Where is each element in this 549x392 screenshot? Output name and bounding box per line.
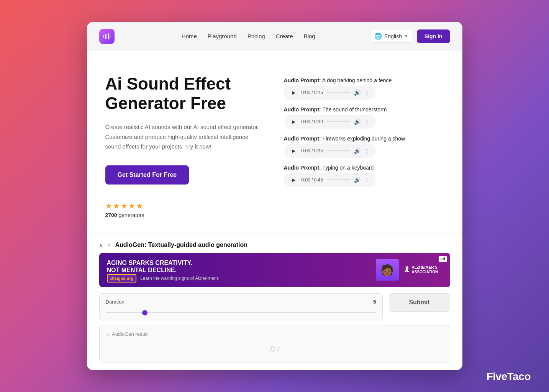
audio-prompt-2: Audio Prompt: The sound of thunderstorm …: [284, 106, 444, 129]
hero-title: Ai Sound Effect Generator Free: [105, 74, 265, 113]
progress-bar-1[interactable]: [327, 92, 350, 93]
svg-rect-0: [103, 35, 104, 38]
scroll-indicator: [108, 243, 111, 247]
audio-player-1: ▶ 0:00 / 0:15 🔊 ⋮: [284, 86, 376, 100]
hero-description: Create realistic AI sounds with our AI s…: [105, 122, 265, 152]
logo-icon: [99, 29, 115, 44]
duration-label: Duration: [106, 299, 125, 305]
logo[interactable]: [99, 29, 115, 44]
audio-prompt-1: Audio Prompt: A dog barking behind a fen…: [284, 77, 444, 100]
rating-count: 2700: [105, 212, 117, 218]
time-label-4: 0:00 / 0:45: [302, 177, 323, 183]
time-label-3: 0:00 / 0:35: [302, 148, 323, 154]
progress-bar-4[interactable]: [327, 179, 350, 180]
audio-player-2: ▶ 0:00 / 0:30 🔊 ⋮: [284, 115, 376, 129]
play-button-3[interactable]: ▶: [290, 147, 298, 155]
audio-player-4: ▶ 0:00 / 0:45 🔊 ⋮: [284, 173, 376, 187]
audio-player-3: ▶ 0:00 / 0:35 🔊 ⋮: [284, 144, 376, 158]
audio-prompt-4: Audio Prompt: Typing on a keyboard ▶ 0:0…: [284, 165, 444, 187]
svg-rect-2: [107, 34, 107, 38]
bottom-header: ∨ AudioGen: Textually-guided audio gener…: [99, 242, 450, 248]
hero-section: Ai Sound Effect Generator Free Create re…: [87, 51, 462, 234]
svg-rect-4: [110, 35, 110, 38]
star-rating: ★★★★★: [105, 201, 144, 211]
nav-home[interactable]: Home: [182, 33, 197, 39]
submit-button[interactable]: Submit: [389, 293, 450, 312]
play-button-2[interactable]: ▶: [290, 118, 298, 126]
watermark: FiveTaco: [487, 371, 531, 383]
ad-headline: AGING SPARKS CREATIVITY. NOT MENTAL DECL…: [107, 259, 371, 274]
audio-prompt-label-4: Audio Prompt: Typing on a keyboard: [284, 165, 444, 171]
volume-icon-2[interactable]: 🔊: [354, 119, 361, 125]
more-icon-4[interactable]: ⋮: [364, 177, 370, 183]
hero-right: Audio Prompt: A dog barking behind a fen…: [284, 74, 444, 187]
audiogen-form: Duration 5 Submit: [99, 293, 450, 320]
duration-block: Duration 5: [99, 293, 383, 320]
main-card: Home Playground Pricing Create Blog 🌐 En…: [87, 22, 462, 370]
audio-prompt-label-2: Audio Prompt: The sound of thunderstorm: [284, 106, 444, 113]
result-area: ♫ AudioGen result ♫♪: [99, 325, 450, 363]
rating-row: ★★★★★ 2700 generators: [105, 201, 265, 218]
play-button-4[interactable]: ▶: [290, 176, 298, 184]
result-music-icon: ♫♪: [269, 343, 280, 354]
nav-blog[interactable]: Blog: [304, 33, 315, 39]
bottom-section: ∨ AudioGen: Textually-guided audio gener…: [87, 234, 462, 370]
ad-banner[interactable]: AGING SPARKS CREATIVITY. NOT MENTAL DECL…: [99, 253, 450, 287]
rating-label: 2700 generators: [105, 212, 144, 218]
header-right: 🌐 English ▼ Sign In: [370, 29, 450, 43]
sign-in-button[interactable]: Sign In: [417, 29, 450, 43]
audio-prompt-label-3: Audio Prompt: Fireworks exploding during…: [284, 136, 444, 142]
nav-create[interactable]: Create: [276, 33, 293, 39]
time-label-2: 0:00 / 0:30: [302, 119, 323, 124]
volume-icon-4[interactable]: 🔊: [354, 177, 361, 183]
chevron-down-icon: ▼: [404, 34, 408, 38]
get-started-button[interactable]: Get Started For Free: [105, 165, 189, 185]
audiogen-section-title: AudioGen: Textually-guided audio generat…: [115, 242, 248, 248]
result-label: ♫ AudioGen result: [106, 331, 148, 337]
time-label-1: 0:00 / 0:15: [302, 90, 323, 95]
chevron-down-icon[interactable]: ∨: [99, 242, 103, 248]
svg-rect-3: [108, 33, 109, 39]
play-button-1[interactable]: ▶: [290, 89, 298, 96]
globe-icon: 🌐: [374, 33, 382, 40]
audio-prompt-label-1: Audio Prompt: A dog barking behind a fen…: [284, 77, 444, 83]
volume-icon-1[interactable]: 🔊: [354, 90, 361, 96]
volume-icon-3[interactable]: 🔊: [354, 148, 361, 154]
main-nav: Home Playground Pricing Create Blog: [127, 33, 370, 39]
rating-unit: generators: [119, 212, 144, 218]
more-icon-1[interactable]: ⋮: [364, 90, 370, 96]
audio-prompt-3: Audio Prompt: Fireworks exploding during…: [284, 136, 444, 158]
more-icon-2[interactable]: ⋮: [364, 119, 370, 125]
ad-badge: ad: [439, 256, 447, 262]
ad-text: AGING SPARKS CREATIVITY. NOT MENTAL DECL…: [107, 259, 371, 281]
alzheimer-logo: 🎗 ALZHEIMER'S ASSOCIATION: [403, 265, 442, 274]
progress-bar-3[interactable]: [327, 150, 350, 151]
svg-rect-1: [105, 34, 106, 39]
more-icon-3[interactable]: ⋮: [364, 148, 370, 154]
ad-subline: 10signs.org Learn the warning signs of A…: [107, 275, 371, 281]
ad-person-image: 🧑🏾: [376, 259, 399, 281]
language-selector[interactable]: 🌐 English ▼: [370, 30, 412, 42]
nav-playground[interactable]: Playground: [208, 33, 237, 39]
ad-org-badge[interactable]: 10signs.org: [107, 274, 137, 283]
hero-left: Ai Sound Effect Generator Free Create re…: [105, 74, 265, 218]
duration-slider[interactable]: [106, 312, 376, 313]
duration-row: Duration 5: [106, 299, 376, 305]
music-note-icon: ♫: [106, 331, 110, 337]
language-label: English: [384, 33, 402, 39]
nav-pricing[interactable]: Pricing: [247, 33, 265, 39]
header: Home Playground Pricing Create Blog 🌐 En…: [87, 22, 462, 51]
progress-bar-2[interactable]: [327, 121, 350, 122]
duration-value: 5: [373, 299, 376, 305]
